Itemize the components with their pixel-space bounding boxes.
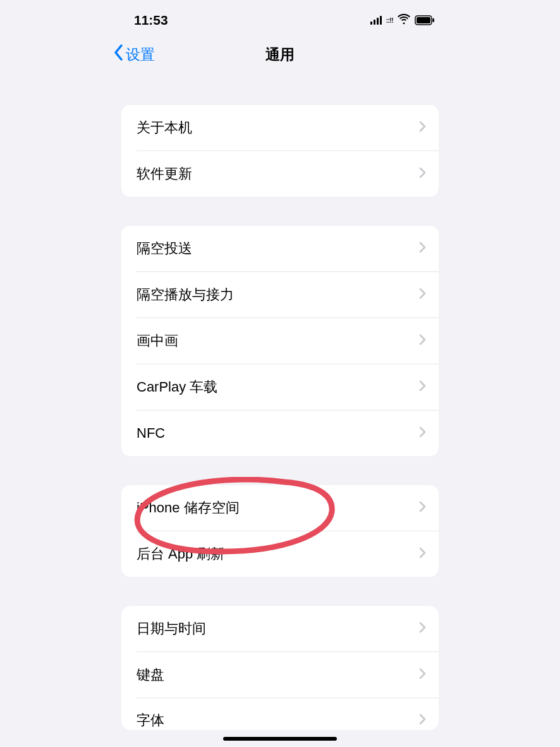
section-system: 日期与时间 键盘 字体 <box>121 606 439 730</box>
chevron-right-icon <box>419 334 426 348</box>
chevron-right-icon <box>419 121 426 135</box>
page-title: 通用 <box>265 45 295 65</box>
chevron-left-icon <box>114 44 124 65</box>
row-picture-in-picture[interactable]: 画中画 <box>121 318 439 364</box>
nav-bar: 设置 通用 <box>107 35 453 76</box>
status-bar: 11:53 ::!! <box>107 0 453 35</box>
chevron-right-icon <box>419 622 426 636</box>
chevron-right-icon <box>419 426 426 440</box>
row-label: CarPlay 车载 <box>137 378 217 397</box>
row-label: 键盘 <box>137 665 164 684</box>
row-label: 隔空播放与接力 <box>137 285 234 304</box>
chevron-right-icon <box>419 713 426 727</box>
row-iphone-storage[interactable]: iPhone 储存空间 <box>121 485 439 531</box>
home-indicator[interactable] <box>223 737 337 741</box>
wifi-icon <box>398 14 410 27</box>
svg-rect-1 <box>417 17 430 23</box>
cellular-signal-icon <box>370 16 382 25</box>
row-label: 画中画 <box>137 331 178 350</box>
section-about: 关于本机 软件更新 <box>121 105 439 197</box>
row-label: 软件更新 <box>137 164 192 183</box>
row-software-update[interactable]: 软件更新 <box>121 151 439 197</box>
row-nfc[interactable]: NFC <box>121 411 439 456</box>
phone-screen: 11:53 ::!! <box>107 0 453 747</box>
battery-icon <box>415 15 435 25</box>
chevron-right-icon <box>419 668 426 682</box>
row-label: NFC <box>137 425 165 441</box>
row-airdrop[interactable]: 隔空投送 <box>121 226 439 271</box>
chevron-right-icon <box>419 501 426 515</box>
chevron-right-icon <box>419 167 426 181</box>
row-carplay[interactable]: CarPlay 车载 <box>121 364 439 410</box>
row-about[interactable]: 关于本机 <box>121 105 439 151</box>
chevron-right-icon <box>419 242 426 256</box>
dual-sim-icon: ::!! <box>386 17 393 24</box>
row-label: 字体 <box>137 711 164 730</box>
content: 关于本机 软件更新 隔空投送 隔空播放与接力 <box>107 105 453 730</box>
row-fonts[interactable]: 字体 <box>121 698 439 730</box>
back-button[interactable]: 设置 <box>114 44 155 65</box>
row-label: 日期与时间 <box>137 619 206 638</box>
row-background-app-refresh[interactable]: 后台 App 刷新 <box>121 531 439 577</box>
row-date-time[interactable]: 日期与时间 <box>121 606 439 651</box>
row-label: 隔空投送 <box>137 239 192 258</box>
chevron-right-icon <box>419 380 426 394</box>
section-storage: iPhone 储存空间 后台 App 刷新 <box>121 485 439 577</box>
row-label: 后台 App 刷新 <box>137 545 224 564</box>
section-connectivity: 隔空投送 隔空播放与接力 画中画 CarPlay 车 <box>121 226 439 456</box>
status-icons: ::!! <box>370 14 435 27</box>
chevron-right-icon <box>419 288 426 302</box>
chevron-right-icon <box>419 547 426 561</box>
status-time: 11:53 <box>134 13 168 28</box>
row-label: 关于本机 <box>137 118 192 137</box>
back-label: 设置 <box>126 45 155 65</box>
svg-rect-2 <box>433 18 435 22</box>
row-keyboard[interactable]: 键盘 <box>121 652 439 698</box>
row-airplay-handoff[interactable]: 隔空播放与接力 <box>121 272 439 318</box>
row-label: iPhone 储存空间 <box>137 498 240 517</box>
